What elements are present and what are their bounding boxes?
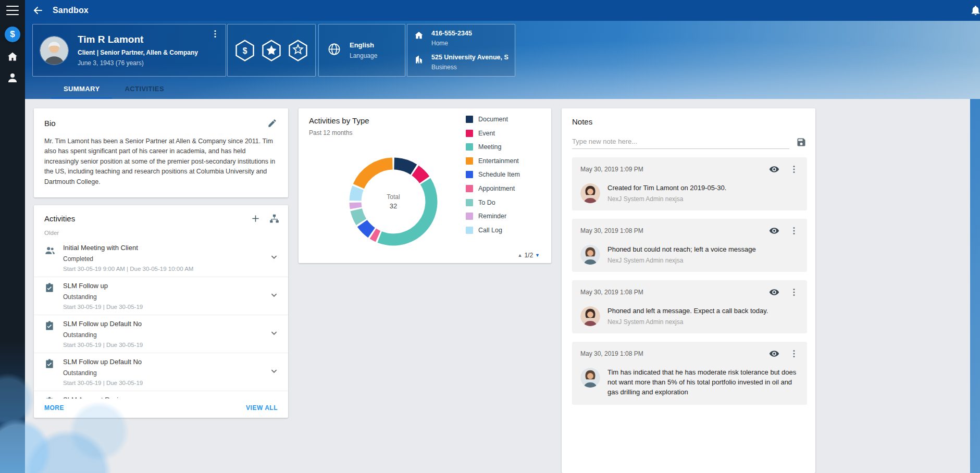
activity-dates: Start 30-05-19 | Due 30-05-19 [63,304,268,310]
more-button[interactable]: MORE [44,404,64,412]
tab-bar: SUMMARY ACTIVITIES [51,80,177,99]
activity-row[interactable]: SLM Account ReviewOutstandingStart 30-05… [34,391,288,399]
task-check-icon [44,359,58,371]
more-options-icon[interactable] [788,225,800,236]
top-app-bar: Sandbox [25,0,980,21]
eye-icon[interactable] [768,164,780,175]
tab-summary[interactable]: SUMMARY [51,80,112,99]
address-label: Business [431,64,508,71]
legend-label: Entertainment [478,157,519,165]
legend-item: To Do [466,199,540,206]
more-options-icon[interactable] [788,164,800,175]
notes-list: May 30, 2019 1:09 PMCreated for Tim Lamo… [572,157,807,405]
new-note-input[interactable] [572,134,789,149]
activity-row[interactable]: SLM Follow up Default NoOutstandingStart… [34,315,288,353]
legend-page-indicator: 1/2 [524,252,533,259]
legend-label: Schedule Item [478,171,520,178]
badges-card: $ [227,24,316,77]
app-root: $ Sandbox Tim R Lamont Client | Senior P… [0,0,980,473]
profile-header: Tim R Lamont Client | Senior Partner, Al… [25,21,980,99]
home-icon[interactable] [6,51,19,63]
activity-dates: Start 30-05-19 | Due 30-05-19 [63,380,268,386]
note-author: NexJ System Admin nexjsa [607,318,768,326]
note-author: NexJ System Admin nexjsa [607,257,756,264]
language-label: Language [350,52,377,59]
legend-page-down-icon[interactable]: ▼ [535,253,540,258]
activity-status: Outstanding [63,369,268,377]
legend-swatch [466,227,473,234]
back-arrow-icon[interactable] [32,4,44,17]
left-rail: $ [0,0,25,473]
activity-row[interactable]: SLM Follow up Default NoOutstandingStart… [34,353,288,391]
activities-by-type-card: Activities by Type Past 12 months Total … [299,108,551,263]
activity-row[interactable]: Initial Meeting with ClientCompletedStar… [34,239,288,277]
hierarchy-icon[interactable] [268,213,280,225]
language-card[interactable]: English Language [318,24,405,77]
view-all-button[interactable]: VIEW ALL [246,404,278,412]
avatar [40,36,68,65]
dollar-hexagon-badge[interactable]: $ [233,39,256,63]
note-text: Tim has indicated that he has moderate r… [607,368,800,397]
bio-title: Bio [44,119,56,128]
account-icon[interactable] [6,71,19,84]
chevron-down-icon[interactable] [268,251,281,265]
more-options-icon[interactable] [210,29,220,39]
legend-page-up-icon[interactable]: ▲ [517,253,522,258]
save-note-icon[interactable] [796,136,807,148]
bio-text: Mr. Tim Lamont has been a Senior Partner… [44,136,278,187]
eye-icon[interactable] [768,287,780,298]
notes-card: Notes May 30, 2019 1:09 PMCreated for Ti… [562,108,815,473]
menu-icon[interactable] [6,6,19,15]
activity-status: Outstanding [63,331,268,339]
chevron-down-icon[interactable] [268,327,281,341]
bell-icon[interactable] [970,4,980,17]
note-item: May 30, 2019 1:08 PMPhoned but could not… [572,219,807,272]
contact-role: Client | Senior Partner, Allen & Company [78,49,210,56]
starburst-hexagon-badge[interactable] [287,39,309,63]
legend-item: Call Log [466,227,540,234]
profile-card: Tim R Lamont Client | Senior Partner, Al… [32,24,226,77]
chevron-down-icon[interactable] [268,289,281,303]
contact-name: Tim R Lamont [78,34,210,45]
activity-row[interactable]: SLM Follow upOutstandingStart 30-05-19 |… [34,277,288,315]
people-icon [44,245,58,258]
phone-number: 416-555-2345 [431,30,472,37]
more-options-icon[interactable] [788,287,800,298]
tab-activities[interactable]: ACTIVITIES [112,80,177,99]
activities-list: Initial Meeting with ClientCompletedStar… [34,239,288,399]
avatar [580,245,600,265]
dollar-circle-icon[interactable]: $ [5,27,20,42]
note-item: May 30, 2019 1:08 PMPhoned and left a me… [572,280,807,333]
task-check-icon [44,283,58,295]
svg-text:$: $ [243,46,247,55]
edit-pencil-icon[interactable] [266,117,278,129]
add-activity-icon[interactable] [250,213,261,225]
address-row: 525 University Avenue, S... Business [414,54,508,71]
eye-icon[interactable] [768,225,780,236]
note-item: May 30, 2019 1:08 PMTim has indicated th… [572,342,807,405]
summary-content: Bio Mr. Tim Lamont has been a Senior Par… [25,99,970,473]
chevron-down-icon[interactable] [268,365,281,379]
notes-title: Notes [572,117,807,126]
legend-label: Event [478,130,495,137]
legend-label: Document [478,116,508,123]
activity-status: Outstanding [63,293,268,301]
star-hexagon-badge[interactable] [260,39,283,63]
more-options-icon[interactable] [788,348,800,359]
legend-label: Reminder [478,213,506,220]
note-timestamp: May 30, 2019 1:08 PM [580,227,760,234]
eye-icon[interactable] [768,348,780,359]
legend-swatch [466,213,473,220]
legend-label: Appointment [478,185,515,192]
legend-swatch [466,171,473,178]
home-icon [414,30,425,43]
activity-title: SLM Follow up Default No [63,358,268,366]
legend-swatch [466,116,473,123]
note-author: NexJ System Admin nexjsa [607,195,726,203]
avatar [580,183,600,203]
contact-info-card[interactable]: 416-555-2345 Home 525 University Avenue,… [407,24,515,77]
note-timestamp: May 30, 2019 1:08 PM [580,289,760,296]
activities-group-label: Older [34,229,288,239]
note-item: May 30, 2019 1:09 PMCreated for Tim Lamo… [572,157,807,210]
legend-swatch [466,130,473,137]
